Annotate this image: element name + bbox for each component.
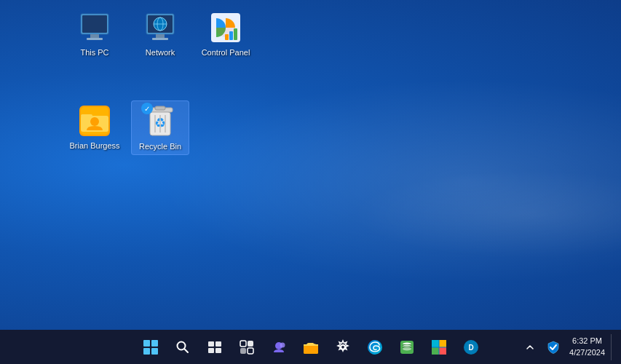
task-view-button[interactable] (200, 333, 229, 362)
svg-rect-35 (240, 348, 246, 354)
network-icon[interactable]: Network (131, 7, 189, 60)
svg-rect-1 (82, 15, 107, 33)
svg-rect-33 (240, 341, 246, 347)
windows-security-icon[interactable] (543, 334, 563, 360)
show-desktop-button[interactable] (611, 334, 615, 360)
this-pc-image (77, 10, 112, 45)
edge-button[interactable] (360, 333, 389, 362)
svg-rect-29 (208, 341, 214, 347)
date-display: 4/27/2024 (569, 347, 605, 358)
time-display: 6:32 PM (572, 336, 602, 347)
svg-point-48 (403, 347, 411, 350)
svg-rect-9 (156, 34, 165, 38)
network-image (143, 10, 178, 45)
chat-button[interactable] (264, 333, 293, 362)
db-browser-button[interactable] (392, 333, 422, 362)
recycle-bin-image: ✓ ♻ (143, 104, 178, 139)
control-panel-label: Control Panel (202, 48, 250, 58)
this-pc-label: This PC (80, 48, 108, 58)
svg-rect-52 (432, 347, 439, 355)
svg-point-38 (280, 342, 285, 347)
ms-store-button[interactable] (424, 333, 454, 362)
svg-rect-34 (248, 341, 253, 347)
control-panel-image (208, 10, 243, 45)
svg-rect-53 (439, 347, 446, 355)
svg-rect-30 (215, 341, 221, 347)
network-label: Network (146, 48, 175, 58)
this-pc-icon[interactable]: This PC (66, 7, 124, 60)
taskbar-pinned-apps: D (136, 333, 486, 362)
svg-rect-31 (208, 348, 214, 353)
control-panel-icon[interactable]: Control Panel (197, 7, 255, 60)
brian-burgess-label: Brian Burgess (69, 141, 119, 151)
taskbar: D 6:32 PM 4/27/2024 (0, 330, 621, 364)
show-hidden-icons-button[interactable] (520, 334, 540, 360)
file-explorer-button[interactable] (296, 333, 325, 362)
svg-rect-50 (432, 340, 439, 347)
svg-text:D: D (468, 344, 473, 352)
settings-button[interactable] (328, 333, 357, 362)
system-clock[interactable]: 6:32 PM 4/27/2024 (566, 334, 608, 360)
brian-burgess-image (77, 103, 112, 138)
system-tray: 6:32 PM 4/27/2024 (520, 334, 615, 360)
svg-rect-3 (87, 38, 103, 40)
svg-rect-12 (229, 31, 233, 40)
svg-point-19 (90, 117, 99, 126)
dell-button[interactable]: D (456, 333, 486, 362)
desktop: This PC Network (0, 0, 621, 330)
recycle-bin-icon[interactable]: ✓ ♻ Recycle Bin (131, 100, 189, 155)
brian-burgess-icon[interactable]: Brian Burgess (66, 100, 124, 155)
selected-checkmark: ✓ (141, 103, 153, 114)
svg-rect-32 (215, 348, 221, 353)
windows-logo (143, 340, 158, 355)
svg-rect-13 (234, 28, 237, 40)
recycle-bin-label: Recycle Bin (139, 142, 181, 151)
svg-rect-2 (90, 34, 99, 38)
search-button[interactable] (168, 333, 197, 362)
svg-line-28 (184, 349, 188, 352)
svg-rect-14 (225, 34, 229, 40)
svg-rect-10 (152, 38, 168, 40)
svg-rect-21 (155, 106, 165, 110)
widgets-button[interactable] (232, 333, 261, 362)
svg-rect-36 (248, 348, 253, 354)
start-button[interactable] (136, 333, 165, 362)
svg-rect-51 (439, 340, 446, 347)
